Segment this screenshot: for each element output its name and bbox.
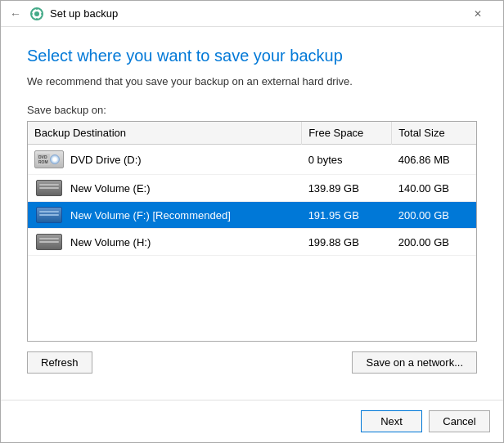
- total-size-cell: 200.00 GB: [392, 202, 476, 229]
- main-content: Select where you want to save your backu…: [1, 27, 503, 400]
- table-row[interactable]: New Volume (E:) 139.89 GB 140.00 GB: [28, 175, 476, 202]
- drive-name: New Volume (E:): [70, 182, 151, 195]
- drive-name-cell: New Volume (E:): [28, 175, 302, 202]
- back-button[interactable]: ←: [7, 6, 24, 22]
- drive-icon-group: New Volume (F:) [Recommended]: [34, 205, 295, 225]
- svg-point-1: [34, 11, 39, 16]
- free-space-cell: 191.95 GB: [302, 202, 392, 229]
- drive-table-container: Backup Destination Free Space Total Size…: [27, 121, 477, 342]
- drive-name: New Volume (F:) [Recommended]: [70, 209, 231, 222]
- total-size-cell: 140.00 GB: [392, 175, 476, 202]
- page-title: Select where you want to save your backu…: [27, 47, 477, 65]
- drive-name-cell: New Volume (F:) [Recommended]: [28, 202, 302, 229]
- total-size-cell: 406.86 MB: [392, 145, 476, 175]
- title-bar-left: ← Set up backup: [7, 6, 118, 22]
- bottom-bar: Next Cancel: [1, 400, 503, 442]
- free-space-cell: 139.89 GB: [302, 175, 392, 202]
- free-space-cell: 199.88 GB: [302, 229, 392, 256]
- table-header-row: Backup Destination Free Space Total Size: [28, 122, 476, 145]
- cancel-button[interactable]: Cancel: [429, 410, 490, 432]
- save-on-network-button[interactable]: Save on a network...: [352, 351, 477, 374]
- table-row[interactable]: New Volume (F:) [Recommended] 191.95 GB …: [28, 202, 476, 229]
- drive-name-cell: New Volume (H:): [28, 229, 302, 256]
- free-space-cell: 0 bytes: [302, 145, 392, 175]
- next-button[interactable]: Next: [361, 410, 422, 432]
- close-button[interactable]: ✕: [459, 1, 497, 27]
- subtitle: We recommend that you save your backup o…: [27, 75, 477, 87]
- drive-icon-group: New Volume (H:): [34, 232, 295, 252]
- table-row[interactable]: DVDROM DVD Drive (D:) 0 bytes 406.86 MB: [28, 145, 476, 175]
- drive-icon: [34, 205, 64, 225]
- drive-icon: DVDROM: [34, 148, 64, 171]
- drive-table-body: DVDROM DVD Drive (D:) 0 bytes 406.86 MB: [28, 145, 476, 256]
- drive-name: New Volume (H:): [70, 236, 151, 248]
- col-header-free-space: Free Space: [302, 122, 392, 145]
- col-header-total-size: Total Size: [392, 122, 476, 145]
- drive-table: Backup Destination Free Space Total Size…: [28, 122, 476, 256]
- table-row[interactable]: New Volume (H:) 199.88 GB 200.00 GB: [28, 229, 476, 256]
- table-action-buttons: Refresh Save on a network...: [27, 351, 477, 374]
- title-bar: ← Set up backup ✕: [1, 1, 503, 27]
- window: ← Set up backup ✕ Select where you want …: [0, 0, 504, 443]
- section-label: Save backup on:: [27, 104, 477, 116]
- drive-name-cell: DVDROM DVD Drive (D:): [28, 145, 302, 175]
- refresh-button[interactable]: Refresh: [27, 351, 92, 374]
- window-title: Set up backup: [50, 7, 118, 20]
- drive-icon-group: New Volume (E:): [34, 178, 295, 198]
- drive-icon: [34, 232, 64, 252]
- col-header-destination: Backup Destination: [28, 122, 302, 145]
- total-size-cell: 200.00 GB: [392, 229, 476, 256]
- drive-icon: [34, 178, 64, 198]
- drive-icon-group: DVDROM DVD Drive (D:): [34, 148, 295, 171]
- app-icon: [29, 6, 45, 22]
- drive-name: DVD Drive (D:): [70, 154, 142, 166]
